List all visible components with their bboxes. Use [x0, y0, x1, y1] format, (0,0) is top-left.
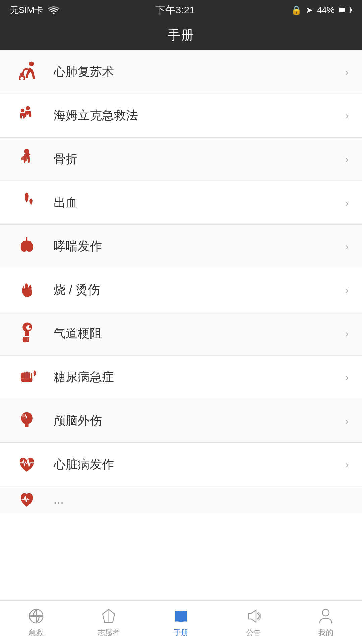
head-icon	[13, 408, 40, 434]
cpr-label: 心肺复苏术	[54, 64, 342, 80]
volunteer-tab-label: 志愿者	[98, 628, 120, 638]
tab-item-mine[interactable]: 我的	[290, 601, 362, 644]
status-left: 无SIM卡	[10, 4, 59, 16]
asthma-chevron: ›	[345, 241, 349, 252]
status-right: 🔒 ➤ 44%	[291, 5, 352, 15]
svg-point-19	[21, 412, 33, 424]
list-item-airway[interactable]: 气道梗阻 ›	[0, 312, 362, 356]
bleeding-chevron: ›	[345, 197, 349, 209]
content-list: 心肺复苏术 › 海姆立克急救法 ›	[0, 50, 362, 600]
svg-rect-18	[31, 373, 32, 379]
list-item-burn[interactable]: 烧 / 烫伤 ›	[0, 268, 362, 312]
diabetes-chevron: ›	[345, 372, 349, 383]
list-item-diabetes[interactable]: 糖尿病急症 ›	[0, 356, 362, 399]
heart-label: 心脏病发作	[54, 456, 342, 473]
svg-point-13	[29, 326, 32, 328]
lock-icon: 🔒	[291, 5, 302, 15]
list-item-extra[interactable]: ...	[0, 486, 362, 513]
tab-bar: 急救 志愿者 手册	[0, 600, 362, 644]
bulletin-tab-icon	[245, 607, 262, 625]
fracture-label: 骨折	[54, 151, 342, 167]
burn-label: 烧 / 烫伤	[54, 282, 342, 298]
list-item-heimlich[interactable]: 海姆立克急救法 ›	[0, 94, 362, 138]
burn-icon	[13, 277, 40, 304]
svg-rect-16	[26, 371, 28, 379]
diabetes-icon	[13, 364, 40, 391]
heimlich-icon	[13, 102, 40, 129]
carrier-text: 无SIM卡	[10, 4, 43, 16]
asthma-icon	[13, 233, 40, 260]
handbook-tab-label: 手册	[174, 628, 188, 638]
cpr-chevron: ›	[345, 66, 349, 78]
heimlich-chevron: ›	[345, 110, 349, 121]
airway-chevron: ›	[345, 328, 349, 339]
mine-tab-label: 我的	[318, 628, 333, 638]
location-icon: ➤	[306, 5, 313, 15]
list-item-heart[interactable]: 心脏病发作 ›	[0, 443, 362, 486]
svg-point-5	[26, 106, 30, 110]
status-time: 下午3:21	[155, 3, 195, 17]
list-item-cpr[interactable]: 心肺复苏术 ›	[0, 50, 362, 94]
tab-item-bulletin[interactable]: 公告	[217, 601, 290, 644]
list-item-fracture[interactable]: 骨折 ›	[0, 138, 362, 181]
tab-item-rescue[interactable]: 急救	[0, 601, 72, 644]
wifi-icon	[48, 6, 59, 14]
battery-percent: 44%	[317, 5, 335, 15]
svg-rect-10	[26, 237, 27, 242]
tab-item-volunteer[interactable]: 志愿者	[72, 601, 145, 644]
list-item-bleeding[interactable]: 出血 ›	[0, 181, 362, 225]
bulletin-tab-label: 公告	[246, 628, 261, 638]
tab-item-handbook[interactable]: 手册	[145, 601, 217, 644]
battery-icon	[339, 6, 352, 14]
list-item-head[interactable]: 颅脑外伤 ›	[0, 399, 362, 443]
status-bar: 无SIM卡 下午3:21 🔒 ➤ 44%	[0, 0, 362, 20]
svg-rect-1	[350, 9, 352, 11]
head-chevron: ›	[345, 415, 349, 427]
fracture-chevron: ›	[345, 154, 349, 165]
list-item-asthma[interactable]: 哮喘发作 ›	[0, 225, 362, 268]
svg-rect-2	[339, 8, 345, 12]
volunteer-tab-icon	[100, 607, 117, 625]
heart-chevron: ›	[345, 459, 349, 470]
svg-point-23	[322, 609, 329, 616]
svg-rect-20	[25, 423, 28, 427]
cpr-icon	[13, 59, 40, 86]
burn-chevron: ›	[345, 284, 349, 296]
rescue-tab-label: 急救	[29, 628, 44, 638]
extra-label: ...	[54, 493, 349, 507]
nav-title: 手册	[168, 26, 194, 44]
svg-point-3	[29, 61, 34, 66]
head-label: 颅脑外伤	[54, 413, 342, 429]
svg-point-21	[22, 414, 25, 417]
asthma-label: 哮喘发作	[54, 238, 342, 255]
airway-icon	[13, 320, 40, 347]
heimlich-label: 海姆立克急救法	[54, 107, 342, 124]
fracture-icon	[13, 146, 40, 173]
nav-bar: 手册	[0, 20, 362, 50]
bleeding-icon	[13, 190, 40, 216]
svg-rect-15	[24, 372, 26, 379]
airway-label: 气道梗阻	[54, 325, 342, 342]
diabetes-label: 糖尿病急症	[54, 369, 342, 385]
heart-icon	[13, 451, 40, 478]
svg-rect-17	[28, 372, 30, 379]
bleeding-label: 出血	[54, 195, 342, 211]
svg-rect-9	[27, 154, 30, 155]
svg-point-6	[21, 109, 24, 112]
mine-tab-icon	[317, 607, 335, 625]
handbook-tab-icon	[172, 607, 190, 625]
extra-icon	[13, 486, 40, 513]
svg-rect-14	[25, 331, 29, 336]
rescue-tab-icon	[27, 607, 45, 625]
